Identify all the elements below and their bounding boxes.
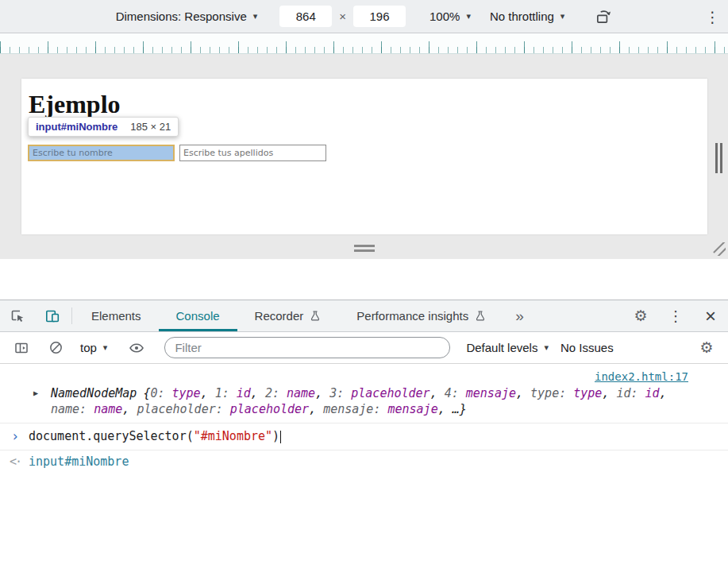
- close-devtools-button[interactable]: ×: [693, 300, 728, 331]
- form-inputs: [28, 145, 326, 161]
- tab-console[interactable]: Console: [159, 300, 237, 331]
- clear-console-icon: [48, 340, 64, 355]
- tab-performance-insights[interactable]: Performance insights: [339, 300, 504, 331]
- chevron-down-icon: ▾: [466, 12, 471, 21]
- more-tabs-button[interactable]: »: [504, 300, 535, 331]
- command-paren-close: ): [272, 429, 279, 443]
- throttling-dropdown[interactable]: No throttling ▾: [490, 10, 564, 23]
- dimensions-dropdown[interactable]: Dimensions: Responsive ▾: [116, 10, 258, 23]
- tab-label: Console: [176, 309, 220, 323]
- create-live-expression-button[interactable]: [121, 340, 152, 356]
- device-toolbar-toggle-button[interactable]: [35, 300, 70, 331]
- console-toolbar: top ▾ Default levels ▾ No Issues ⚙: [0, 332, 728, 364]
- resize-handle-bottom[interactable]: [354, 245, 375, 252]
- tab-elements[interactable]: Elements: [74, 300, 159, 331]
- gear-icon: ⚙: [634, 308, 647, 323]
- kebab-icon: ⋮: [705, 8, 720, 25]
- rotate-icon: [595, 8, 612, 25]
- resize-handle-right[interactable]: [715, 143, 722, 173]
- levels-label: Default levels: [466, 341, 537, 354]
- rotate-viewport-button[interactable]: [595, 8, 612, 25]
- tab-label: Recorder: [255, 309, 304, 323]
- object-preview-wrap: ▶ NamedNodeMap{0: type, 1: id, 2: name, …: [29, 385, 688, 417]
- eye-icon: [129, 340, 144, 356]
- apellidos-input[interactable]: [179, 145, 326, 161]
- ruler: [0, 33, 728, 54]
- tab-label: Performance insights: [356, 309, 468, 323]
- console-message: index2.html:17 ▶ NamedNodeMap{0: type, 1…: [0, 364, 728, 423]
- resize-handle-corner[interactable]: [712, 242, 726, 256]
- console-result: <· input#miNombre: [0, 450, 728, 474]
- gear-icon: ⚙: [699, 340, 713, 355]
- command-string: "#miNombre": [194, 429, 272, 443]
- command-paren-open: (: [187, 429, 194, 443]
- flask-icon: [474, 310, 487, 323]
- device-toolbar-icon: [44, 308, 60, 324]
- page-heading: Ejemplo: [29, 90, 707, 119]
- text-cursor: [280, 431, 281, 443]
- device-toolbar-menu-button[interactable]: ⋮: [705, 7, 720, 25]
- tooltip-size: 185 × 21: [130, 121, 171, 133]
- nombre-input[interactable]: [28, 145, 175, 161]
- inspect-element-button[interactable]: [0, 300, 35, 331]
- devtools-panel: Elements Console Recorder Performance in…: [0, 300, 728, 580]
- spacer: [535, 300, 623, 331]
- clear-console-button[interactable]: [40, 340, 71, 355]
- tab-label: Elements: [91, 309, 141, 323]
- tab-recorder[interactable]: Recorder: [237, 300, 340, 331]
- chevron-down-icon: ▾: [544, 343, 549, 352]
- console-sidebar-button[interactable]: [6, 340, 37, 356]
- source-link[interactable]: index2.html:17: [29, 370, 688, 383]
- log-levels-dropdown[interactable]: Default levels ▾: [466, 341, 549, 354]
- prompt-chevron-icon: ›: [11, 428, 19, 444]
- devtools-tabbar: Elements Console Recorder Performance in…: [0, 300, 728, 332]
- divider: [71, 307, 72, 324]
- throttling-value: No throttling: [490, 10, 554, 23]
- console-messages: index2.html:17 ▶ NamedNodeMap{0: type, 1…: [0, 364, 728, 580]
- object-preview: NamedNodeMap{0: type, 1: id, 2: name, 3:…: [51, 386, 667, 416]
- return-value-icon: <·: [10, 454, 21, 469]
- viewport-height-input[interactable]: [353, 6, 406, 27]
- devtools-menu-button[interactable]: ⋮: [658, 300, 693, 331]
- multiply-sign: ×: [339, 10, 346, 23]
- chevron-down-icon: ▾: [560, 12, 565, 21]
- inspect-tooltip: input#miNombre 185 × 21: [28, 117, 179, 137]
- viewport-canvas: Ejemplo input#miNombre 185 × 21: [0, 54, 728, 259]
- context-label: top: [80, 341, 97, 354]
- viewport-width-input[interactable]: [279, 6, 332, 27]
- browser-devtools-window: Dimensions: Responsive ▾ × 100% ▾ No thr…: [0, 0, 728, 580]
- close-icon: ×: [705, 307, 716, 326]
- device-toolbar: Dimensions: Responsive ▾ × 100% ▾ No thr…: [0, 0, 728, 33]
- filter-input[interactable]: [164, 337, 450, 358]
- javascript-context-dropdown[interactable]: top ▾: [80, 341, 107, 354]
- zoom-dropdown[interactable]: 100% ▾: [429, 10, 471, 23]
- tooltip-selector: input#miNombre: [36, 121, 117, 133]
- console-command[interactable]: ›document.querySelector("#miNombre"): [0, 423, 728, 450]
- zoom-value: 100%: [429, 10, 460, 23]
- command-code: document.querySelector: [29, 429, 187, 443]
- chevron-down-icon: ▾: [103, 343, 108, 352]
- kebab-icon: ⋮: [668, 309, 683, 323]
- object-class-name: NamedNodeMap: [51, 386, 137, 400]
- settings-button[interactable]: ⚙: [623, 300, 658, 331]
- page: Ejemplo input#miNombre 185 × 21: [21, 79, 707, 234]
- console-settings-button[interactable]: ⚙: [691, 340, 722, 355]
- dimensions-label: Dimensions: Responsive: [116, 10, 247, 23]
- chevron-down-icon: ▾: [253, 12, 258, 21]
- console-sidebar-icon: [13, 340, 29, 356]
- result-node-link[interactable]: input#miNombre: [29, 454, 129, 469]
- flask-icon: [309, 310, 322, 323]
- page-background-gap: [0, 259, 728, 300]
- issues-counter[interactable]: No Issues: [560, 341, 614, 354]
- disclosure-triangle-icon[interactable]: ▶: [33, 389, 38, 397]
- inspect-icon: [10, 308, 25, 324]
